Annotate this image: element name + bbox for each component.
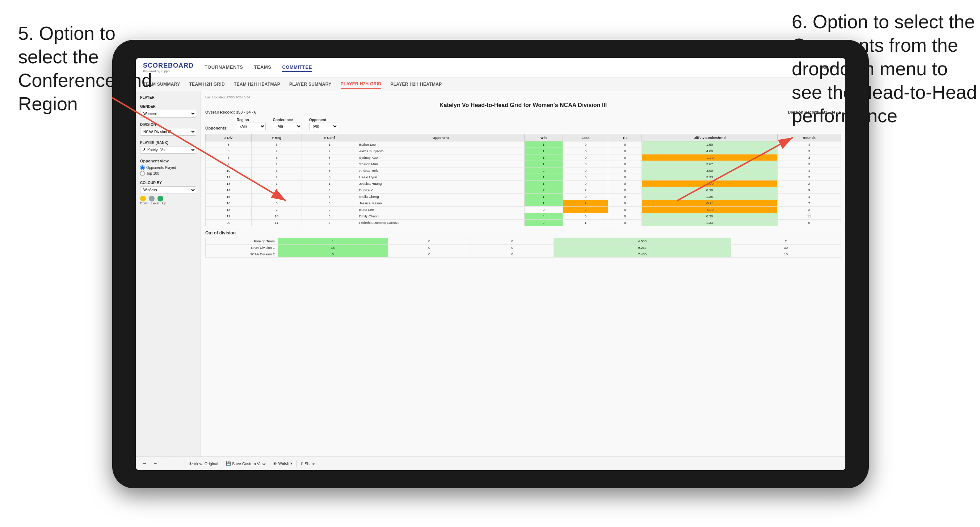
ood-cell-name: NAIA Division 1 bbox=[206, 244, 278, 251]
view-original-btn[interactable]: 👁 View: Original bbox=[189, 462, 218, 466]
col-div: # Div bbox=[206, 134, 251, 141]
opponent-filter: Opponent (All) bbox=[309, 118, 338, 130]
redo-btn[interactable]: ↪ bbox=[152, 460, 159, 467]
nav-teams[interactable]: TEAMS bbox=[254, 63, 271, 72]
cell-conf: 1 bbox=[302, 141, 357, 148]
nav-tournaments[interactable]: TOURNAMENTS bbox=[205, 63, 243, 72]
division-select[interactable]: NCAA Division III bbox=[140, 128, 196, 136]
table-row: 16 3 6 Jessica Mason 1 2 0 -0.94 7 bbox=[206, 200, 841, 206]
cell-conf: 4 bbox=[302, 161, 357, 167]
cell-win: 1 bbox=[524, 154, 563, 161]
ood-cell-tie: 0 bbox=[471, 244, 554, 251]
cell-diff: 1.25 bbox=[642, 194, 778, 200]
cell-diff: 4.00 bbox=[642, 167, 778, 174]
cell-rounds: 4 bbox=[778, 194, 841, 200]
eye-icon: 👁 bbox=[189, 462, 192, 466]
back-btn[interactable]: ← bbox=[162, 461, 170, 467]
cell-diff: 0.38 bbox=[642, 187, 778, 194]
cell-tie: 0 bbox=[608, 200, 642, 206]
ood-cell-name: NCAA Division 2 bbox=[206, 251, 278, 257]
cell-diff: 0.30 bbox=[642, 213, 778, 219]
col-loss: Loss bbox=[563, 134, 608, 141]
conference-label: Conference bbox=[273, 118, 302, 122]
cell-opponent: Federica Domecq Lacroze bbox=[357, 219, 525, 226]
player-rank-select[interactable]: 8. Katelyn Vo bbox=[140, 146, 196, 154]
cell-win: 0 bbox=[524, 206, 563, 213]
opponent-select[interactable]: (All) bbox=[309, 122, 338, 130]
share-icon: ⇪ bbox=[300, 461, 303, 466]
subnav-team-h2h-heatmap[interactable]: TEAM H2H HEATMAP bbox=[234, 80, 280, 88]
subnav-player-summary[interactable]: PLAYER SUMMARY bbox=[289, 80, 332, 88]
radio-top100-input[interactable] bbox=[140, 171, 145, 176]
radio-top100[interactable]: Top 100 bbox=[140, 171, 196, 176]
conference-select[interactable]: (All) bbox=[273, 122, 302, 130]
sidebar: Player Gender Women's Division NCAA Divi… bbox=[136, 91, 201, 457]
cell-div: 14 bbox=[206, 187, 251, 194]
table-row: 19 10 6 Emily Chang 4 0 0 0.30 11 bbox=[206, 213, 841, 219]
toolbar-divider-1 bbox=[185, 460, 185, 467]
cell-diff: 1.33 bbox=[642, 219, 778, 226]
cell-rounds: 11 bbox=[778, 213, 841, 219]
colour-select[interactable]: Win/loss bbox=[140, 186, 196, 194]
cell-rounds: 3 bbox=[778, 161, 841, 167]
overall-record: Overall Record: 353 - 34 - 6 bbox=[205, 110, 256, 114]
opponent-label: Opponent bbox=[309, 118, 338, 122]
cell-conf: 2 bbox=[302, 148, 357, 154]
division-label: Division bbox=[140, 122, 196, 127]
cell-diff: -3.00 bbox=[642, 181, 778, 187]
subnav-player-h2h-grid[interactable]: PLAYER H2H GRID bbox=[340, 80, 382, 89]
cell-loss: 0 bbox=[563, 148, 608, 154]
cell-opponent: Jessica Mason bbox=[357, 200, 525, 206]
player-rank-label: Player (Rank) bbox=[140, 141, 196, 145]
ood-table-row: NAIA Division 1 15 0 0 9.267 30 bbox=[206, 244, 841, 251]
cell-win: 2 bbox=[524, 187, 563, 194]
table-row: 6 3 3 Sydney Kuo 1 0 0 -1.00 3 bbox=[206, 154, 841, 161]
radio-opponents-played-input[interactable] bbox=[140, 165, 145, 170]
cell-tie: 0 bbox=[608, 219, 642, 226]
app-header: SCOREBOARD Powered by clippd TOURNAMENTS… bbox=[136, 58, 845, 78]
filter-row: Opponents: Region (All) Conference (All) bbox=[205, 118, 841, 130]
radio-opponents-played[interactable]: Opponents Played bbox=[140, 165, 196, 170]
cell-rounds: 3 bbox=[778, 174, 841, 181]
subnav-team-h2h-grid[interactable]: TEAM H2H GRID bbox=[189, 80, 225, 88]
cell-reg: 3 bbox=[251, 141, 302, 148]
cell-opponent: Stella Cheng bbox=[357, 194, 525, 200]
forward-btn[interactable]: → bbox=[173, 461, 181, 467]
cell-div: 11 bbox=[206, 174, 251, 181]
cell-loss: 0 bbox=[563, 161, 608, 167]
cell-win: 2 bbox=[524, 167, 563, 174]
watch-btn[interactable]: 👁 Watch ▾ bbox=[273, 461, 293, 466]
cell-opponent: Andrea York bbox=[357, 167, 525, 174]
toolbar-divider-3 bbox=[269, 460, 269, 467]
save-custom-view-btn[interactable]: 💾 Save Custom View bbox=[226, 461, 266, 466]
nav-committee[interactable]: COMMITTEE bbox=[282, 63, 312, 72]
col-opponent: Opponent bbox=[357, 134, 525, 141]
cell-div: 3 bbox=[206, 141, 251, 148]
cell-conf: 5 bbox=[302, 174, 357, 181]
cell-rounds: 6 bbox=[778, 219, 841, 226]
region-select[interactable]: (All) bbox=[237, 122, 266, 130]
table-row: 18 2 2 Euna Lee 0 2 0 -5.00 2 bbox=[206, 206, 841, 213]
cell-loss: 0 bbox=[563, 141, 608, 148]
tablet-device: SCOREBOARD Powered by clippd TOURNAMENTS… bbox=[112, 40, 869, 488]
colour-dot-green bbox=[158, 196, 163, 202]
ood-cell-loss: 0 bbox=[388, 251, 471, 257]
cell-rounds: 7 bbox=[778, 200, 841, 206]
cell-rounds: 4 bbox=[778, 141, 841, 148]
cell-reg: 3 bbox=[251, 200, 302, 206]
cell-rounds: 9 bbox=[778, 187, 841, 194]
bottom-toolbar: ↩ ↪ ← → 👁 View: Original 💾 Save Custom V… bbox=[136, 457, 845, 470]
cell-loss: 2 bbox=[563, 206, 608, 213]
cell-div: 6 bbox=[206, 154, 251, 161]
cell-conf: 6 bbox=[302, 200, 357, 206]
subnav-player-h2h-heatmap[interactable]: PLAYER H2H HEATMAP bbox=[390, 80, 442, 88]
share-btn[interactable]: ⇪ Share bbox=[300, 461, 315, 466]
cell-opponent: Jessica Huang bbox=[357, 181, 525, 187]
cell-tie: 0 bbox=[608, 206, 642, 213]
undo-btn[interactable]: ↩ bbox=[141, 460, 148, 467]
tablet-screen: SCOREBOARD Powered by clippd TOURNAMENTS… bbox=[136, 58, 845, 470]
colour-section: Colour by Win/loss Down Level Up bbox=[140, 181, 196, 205]
opponent-view-section: Opponent view Opponents Played Top 100 bbox=[140, 159, 196, 176]
ood-cell-win: 1 bbox=[278, 238, 388, 244]
cell-tie: 0 bbox=[608, 194, 642, 200]
